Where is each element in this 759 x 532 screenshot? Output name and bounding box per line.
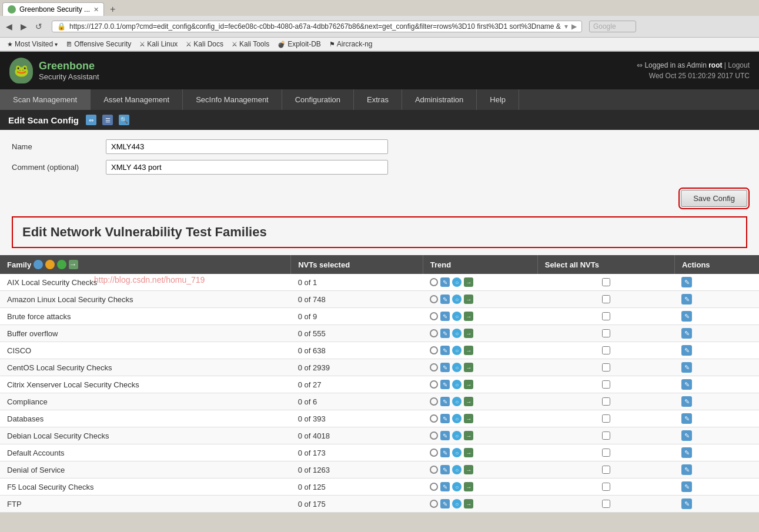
action-edit-icon[interactable]: ✎ (681, 311, 692, 322)
trend-pencil-icon[interactable]: ✎ (440, 346, 450, 355)
trend-arrow-icon[interactable]: → (464, 448, 473, 457)
action-edit-icon[interactable]: ✎ (681, 413, 692, 424)
trend-radio[interactable] (430, 483, 438, 491)
trend-pencil-icon[interactable]: ✎ (440, 448, 450, 457)
trend-circle-icon[interactable]: ○ (452, 431, 462, 440)
bookmark-offensive[interactable]: 🖹 Offensive Security (62, 39, 135, 49)
family-icon-blue[interactable] (34, 260, 43, 269)
bookmark-most-visited[interactable]: ★ Most Visited ▾ (4, 39, 61, 49)
trend-circle-icon[interactable]: ○ (452, 312, 462, 321)
reload-button[interactable]: ↺ (33, 21, 45, 32)
trend-arrow-icon[interactable]: → (464, 363, 473, 372)
action-edit-icon[interactable]: ✎ (681, 464, 692, 475)
select-all-checkbox[interactable] (602, 466, 610, 474)
trend-radio[interactable] (430, 295, 438, 303)
trend-pencil-icon[interactable]: ✎ (440, 431, 450, 440)
trend-radio[interactable] (430, 363, 438, 372)
back-button[interactable]: ◀ (4, 21, 15, 32)
trend-radio[interactable] (430, 312, 438, 320)
search-box[interactable]: Google (589, 21, 636, 32)
trend-arrow-icon[interactable]: → (464, 312, 473, 321)
nav-administration[interactable]: Administration (402, 89, 477, 110)
select-all-checkbox[interactable] (602, 329, 610, 337)
select-all-checkbox[interactable] (602, 380, 610, 389)
toolbar-icon-list[interactable]: ☰ (101, 113, 114, 126)
trend-pencil-icon[interactable]: ✎ (440, 312, 450, 321)
family-icon-orange[interactable] (45, 260, 55, 269)
action-edit-icon[interactable]: ✎ (681, 430, 692, 441)
trend-arrow-icon[interactable]: → (464, 295, 473, 304)
bookmark-kali-tools[interactable]: ⚔ Kali Tools (228, 39, 273, 49)
select-all-checkbox[interactable] (602, 397, 610, 406)
nav-scan-management[interactable]: Scan Management (0, 89, 91, 110)
select-all-checkbox[interactable] (602, 414, 610, 423)
select-all-checkbox[interactable] (602, 431, 610, 440)
trend-pencil-icon[interactable]: ✎ (440, 414, 450, 423)
trend-circle-icon[interactable]: ○ (452, 363, 462, 372)
trend-arrow-icon[interactable]: → (464, 397, 473, 406)
trend-circle-icon[interactable]: ○ (452, 295, 462, 304)
comment-input[interactable] (106, 160, 388, 175)
trend-radio[interactable] (430, 329, 438, 337)
select-all-checkbox[interactable] (602, 312, 610, 320)
action-edit-icon[interactable]: ✎ (681, 345, 692, 356)
action-edit-icon[interactable]: ✎ (681, 277, 692, 287)
trend-radio[interactable] (430, 397, 438, 406)
trend-pencil-icon[interactable]: ✎ (440, 295, 450, 304)
trend-pencil-icon[interactable]: ✎ (440, 397, 450, 406)
nav-asset-management[interactable]: Asset Management (91, 89, 183, 110)
trend-pencil-icon[interactable]: ✎ (440, 329, 450, 338)
action-edit-icon[interactable]: ✎ (681, 294, 692, 305)
trend-radio[interactable] (430, 466, 438, 474)
trend-radio[interactable] (430, 346, 438, 354)
name-input[interactable] (106, 139, 388, 154)
trend-arrow-icon[interactable]: → (464, 346, 473, 355)
family-icon-green[interactable] (57, 260, 66, 269)
nav-extras[interactable]: Extras (354, 89, 402, 110)
forward-button[interactable]: ▶ (18, 21, 29, 32)
trend-pencil-icon[interactable]: ✎ (440, 363, 450, 372)
trend-circle-icon[interactable]: ○ (452, 499, 462, 508)
trend-arrow-icon[interactable]: → (464, 414, 473, 423)
trend-arrow-icon[interactable]: → (464, 380, 473, 389)
trend-circle-icon[interactable]: ○ (452, 277, 462, 287)
nav-secinfo-management[interactable]: SecInfo Management (183, 89, 282, 110)
trend-circle-icon[interactable]: ○ (452, 380, 462, 389)
logout-link[interactable]: Logout (728, 61, 750, 69)
trend-radio[interactable] (430, 278, 438, 286)
trend-arrow-icon[interactable]: → (464, 499, 473, 508)
bookmark-exploitdb[interactable]: 💣 Exploit-DB (274, 39, 325, 49)
trend-radio[interactable] (430, 449, 438, 457)
trend-pencil-icon[interactable]: ✎ (440, 465, 450, 474)
trend-radio[interactable] (430, 431, 438, 440)
select-all-checkbox[interactable] (602, 363, 610, 372)
trend-circle-icon[interactable]: ○ (452, 482, 462, 491)
trend-radio[interactable] (430, 500, 438, 508)
trend-circle-icon[interactable]: ○ (452, 465, 462, 474)
nav-help[interactable]: Help (477, 89, 519, 110)
action-edit-icon[interactable]: ✎ (681, 379, 692, 390)
trend-circle-icon[interactable]: ○ (452, 346, 462, 355)
bookmark-kali-docs[interactable]: ⚔ Kali Docs (182, 39, 227, 49)
trend-circle-icon[interactable]: ○ (452, 397, 462, 406)
select-all-checkbox[interactable] (602, 295, 610, 303)
toolbar-icon-search[interactable]: 🔍 (118, 113, 131, 126)
tab-close-button[interactable]: ✕ (93, 6, 99, 14)
trend-pencil-icon[interactable]: ✎ (440, 277, 450, 287)
save-config-button[interactable]: Save Config (681, 190, 747, 207)
action-edit-icon[interactable]: ✎ (681, 498, 692, 509)
trend-arrow-icon[interactable]: → (464, 482, 473, 491)
nav-configuration[interactable]: Configuration (282, 89, 354, 110)
select-all-checkbox[interactable] (602, 483, 610, 491)
select-all-checkbox[interactable] (602, 500, 610, 508)
action-edit-icon[interactable]: ✎ (681, 447, 692, 458)
bookmark-aircrack[interactable]: ⚑ Aircrack-ng (326, 39, 376, 49)
trend-pencil-icon[interactable]: ✎ (440, 482, 450, 491)
action-edit-icon[interactable]: ✎ (681, 396, 692, 407)
trend-arrow-icon[interactable]: → (464, 329, 473, 338)
trend-radio[interactable] (430, 380, 438, 389)
trend-radio[interactable] (430, 414, 438, 423)
trend-arrow-icon[interactable]: → (464, 431, 473, 440)
toolbar-icon-arrows[interactable]: ⇔ (85, 113, 98, 126)
family-icon-arrow[interactable]: → (69, 260, 78, 269)
